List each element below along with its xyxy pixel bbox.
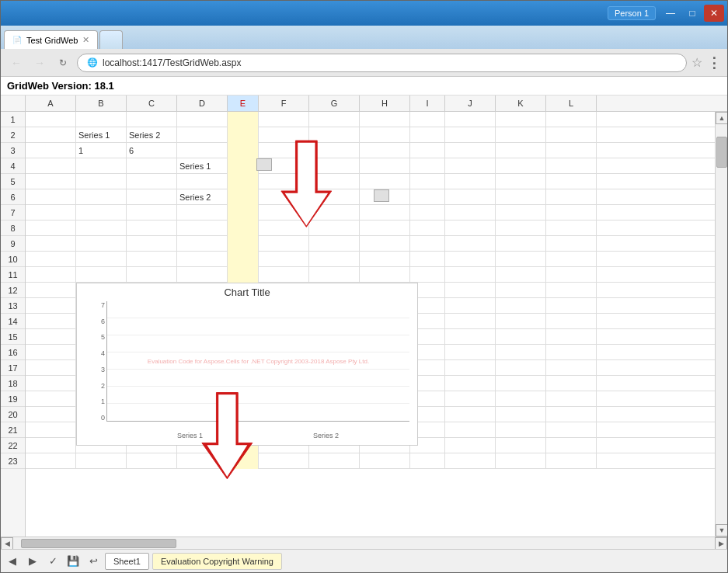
cell-A15[interactable] — [26, 329, 76, 345]
scroll-down-button[interactable]: ▼ — [716, 524, 727, 537]
cell-D9[interactable] — [177, 236, 228, 252]
cell-G5[interactable] — [309, 174, 360, 189]
row-num-17[interactable]: 17 — [1, 360, 25, 376]
cell-A13[interactable] — [26, 298, 76, 314]
row-num-19[interactable]: 19 — [1, 391, 25, 407]
cell-B1[interactable] — [76, 112, 127, 127]
cell-K19[interactable] — [496, 391, 546, 407]
cell-I3[interactable] — [410, 143, 445, 158]
cell-A5[interactable] — [26, 174, 76, 189]
cell-K18[interactable] — [496, 376, 546, 391]
row-num-22[interactable]: 22 — [1, 438, 25, 453]
cell-J16[interactable] — [445, 345, 496, 360]
cell-K2[interactable] — [496, 127, 546, 143]
cell-G10[interactable] — [309, 252, 360, 267]
cell-L21[interactable] — [546, 422, 597, 438]
cell-E8[interactable] — [228, 221, 259, 236]
cell-L4[interactable] — [546, 158, 597, 174]
cell-B23[interactable] — [76, 453, 127, 469]
cell-C1[interactable] — [127, 112, 177, 127]
cell-G9[interactable] — [309, 236, 360, 252]
cell-I1[interactable] — [410, 112, 445, 127]
scroll-left-button[interactable]: ◀ — [1, 537, 13, 550]
cell-E10[interactable] — [228, 252, 259, 267]
cell-L13[interactable] — [546, 298, 597, 314]
cell-J14[interactable] — [445, 314, 496, 329]
cell-C4[interactable] — [127, 158, 177, 174]
row-num-8[interactable]: 8 — [1, 221, 25, 236]
cell-J12[interactable] — [445, 283, 496, 298]
cell-L23[interactable] — [546, 453, 597, 469]
cell-L19[interactable] — [546, 391, 597, 407]
cell-J3[interactable] — [445, 143, 496, 158]
cell-L12[interactable] — [546, 283, 597, 298]
refresh-button[interactable]: ↻ — [54, 54, 72, 72]
row-num-15[interactable]: 15 — [1, 329, 25, 345]
cell-A19[interactable] — [26, 391, 76, 407]
col-header-f[interactable]: F — [259, 96, 309, 111]
row-num-11[interactable]: 11 — [1, 267, 25, 283]
cell-E3[interactable] — [228, 143, 259, 158]
cell-G6[interactable] — [309, 189, 360, 205]
cell-A22[interactable] — [26, 438, 76, 453]
cell-F9[interactable] — [259, 236, 309, 252]
next-sheet-button[interactable]: ▶ — [24, 553, 41, 570]
col-header-i[interactable]: I — [410, 96, 445, 111]
cell-G11[interactable] — [309, 267, 360, 283]
row-num-13[interactable]: 13 — [1, 298, 25, 314]
cell-J2[interactable] — [445, 127, 496, 143]
cell-L9[interactable] — [546, 236, 597, 252]
cell-L14[interactable] — [546, 314, 597, 329]
new-tab-area[interactable] — [99, 30, 123, 49]
forward-button[interactable]: → — [30, 54, 49, 72]
cell-K8[interactable] — [496, 221, 546, 236]
cell-A7[interactable] — [26, 205, 76, 221]
cell-K9[interactable] — [496, 236, 546, 252]
minimize-button[interactable]: — — [660, 5, 681, 22]
cell-L5[interactable] — [546, 174, 597, 189]
more-options-button[interactable]: ⋮ — [707, 54, 721, 71]
cell-C2[interactable]: Series 2 — [127, 127, 177, 143]
scroll-up-button[interactable]: ▲ — [716, 112, 727, 124]
cell-F3[interactable] — [259, 143, 309, 158]
cell-C6[interactable] — [127, 189, 177, 205]
cell-I5[interactable] — [410, 174, 445, 189]
cell-A18[interactable] — [26, 376, 76, 391]
col-header-d[interactable]: D — [177, 96, 228, 111]
cell-A1[interactable] — [26, 112, 76, 127]
cell-L22[interactable] — [546, 438, 597, 453]
cell-I6[interactable] — [410, 189, 445, 205]
row-num-2[interactable]: 2 — [1, 127, 25, 143]
bookmark-button[interactable]: ☆ — [691, 55, 702, 70]
cell-L11[interactable] — [546, 267, 597, 283]
cell-E7[interactable] — [228, 205, 259, 221]
cell-G3[interactable] — [309, 143, 360, 158]
cell-E23[interactable] — [228, 453, 259, 469]
scroll-thumb-horizontal[interactable] — [21, 539, 176, 548]
cell-K12[interactable] — [496, 283, 546, 298]
cell-L15[interactable] — [546, 329, 597, 345]
row-num-12[interactable]: 12 — [1, 283, 25, 298]
cell-A11[interactable] — [26, 267, 76, 283]
col-header-e[interactable]: E — [228, 96, 259, 111]
vertical-scrollbar[interactable]: ▲ ▼ — [715, 112, 727, 537]
address-bar-input[interactable]: 🌐 localhost:1417/TestGridWeb.aspx — [77, 54, 687, 72]
cell-D7[interactable] — [177, 205, 228, 221]
cell-J19[interactable] — [445, 391, 496, 407]
cell-B2[interactable]: Series 1 — [76, 127, 127, 143]
col-header-h[interactable]: H — [360, 96, 410, 111]
cell-C23[interactable] — [127, 453, 177, 469]
cell-J6[interactable] — [445, 189, 496, 205]
cell-D1[interactable] — [177, 112, 228, 127]
maximize-button[interactable]: □ — [682, 5, 702, 22]
cell-I7[interactable] — [410, 205, 445, 221]
cell-G4[interactable] — [309, 158, 360, 174]
cell-J11[interactable] — [445, 267, 496, 283]
cell-E11[interactable] — [228, 267, 259, 283]
cell-A17[interactable] — [26, 360, 76, 376]
cell-G2[interactable] — [309, 127, 360, 143]
cell-H2[interactable] — [360, 127, 410, 143]
save-button[interactable]: 💾 — [64, 553, 82, 570]
cell-A23[interactable] — [26, 453, 76, 469]
col-header-g[interactable]: G — [309, 96, 360, 111]
